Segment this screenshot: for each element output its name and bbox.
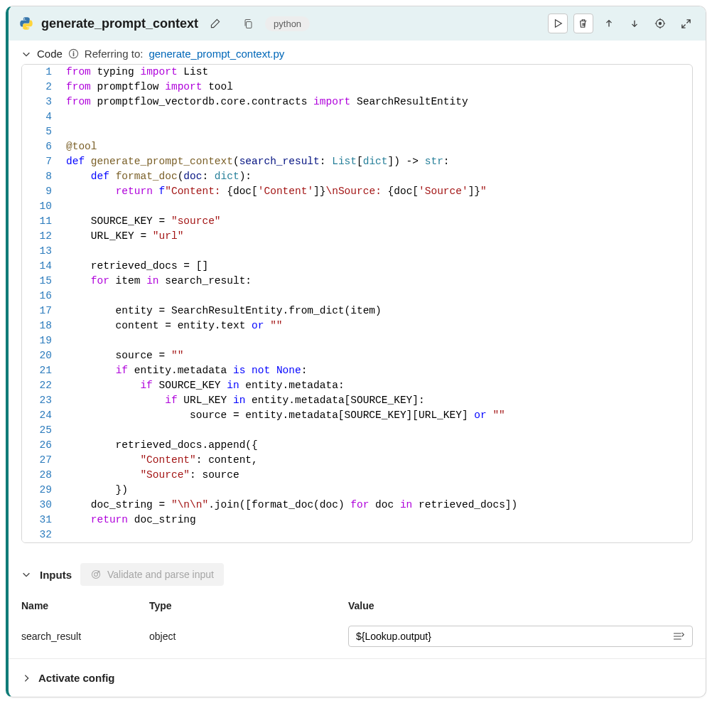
focus-button[interactable] xyxy=(650,14,670,33)
code-line[interactable]: 12 URL_KEY = "url" xyxy=(22,229,692,244)
delete-button[interactable] xyxy=(573,14,593,33)
node-card: generate_prompt_context python xyxy=(6,6,706,697)
code-line[interactable]: 21 if entity.metadata is not None: xyxy=(22,363,692,378)
move-up-button[interactable] xyxy=(599,14,619,33)
code-line[interactable]: 13 xyxy=(22,244,692,259)
code-line[interactable]: 4 xyxy=(22,109,692,124)
input-value-box[interactable] xyxy=(348,626,693,647)
run-button[interactable] xyxy=(548,14,568,33)
code-line[interactable]: 19 xyxy=(22,333,692,348)
code-editor[interactable]: 1from typing import List2from promptflow… xyxy=(21,64,693,543)
inputs-section: Inputs Validate and parse input Name Typ… xyxy=(9,550,706,655)
divider xyxy=(9,658,706,659)
code-line[interactable]: 17 entity = SearchResultEntity.from_dict… xyxy=(22,304,692,318)
info-icon[interactable] xyxy=(68,48,79,59)
inputs-table: Name Type Value search_result object xyxy=(21,593,693,654)
code-section: Code Referring to: generate_prompt_conte… xyxy=(9,41,706,550)
code-line[interactable]: 3from promptflow_vectordb.core.contracts… xyxy=(22,95,692,109)
code-line[interactable]: 23 if URL_KEY in entity.metadata[SOURCE_… xyxy=(22,393,692,408)
chevron-down-icon[interactable] xyxy=(21,569,31,579)
code-line[interactable]: 10 xyxy=(22,199,692,214)
code-line[interactable]: 27 "Content": content, xyxy=(22,453,692,468)
code-line[interactable]: 30 doc_string = "\n\n".join([format_doc(… xyxy=(22,498,692,513)
edit-title-button[interactable] xyxy=(205,14,225,33)
validate-button[interactable]: Validate and parse input xyxy=(80,563,224,586)
code-line[interactable]: 31 return doc_string xyxy=(22,513,692,528)
copy-button[interactable] xyxy=(238,14,258,33)
code-line[interactable]: 29 }) xyxy=(22,483,692,498)
code-line[interactable]: 9 return f"Content: {doc['Content']}\nSo… xyxy=(22,184,692,199)
code-line[interactable]: 26 retrieved_docs.append({ xyxy=(22,438,692,453)
move-down-button[interactable] xyxy=(625,14,644,33)
code-line[interactable]: 8 def format_doc(doc: dict): xyxy=(22,169,692,184)
referring-label: Referring to: xyxy=(85,48,144,60)
input-value-cell xyxy=(348,619,693,654)
chevron-right-icon[interactable] xyxy=(21,673,31,683)
input-value-field[interactable] xyxy=(356,631,672,642)
col-type: Type xyxy=(149,593,348,619)
code-line[interactable]: 5 xyxy=(22,124,692,139)
code-line[interactable]: 25 xyxy=(22,423,692,438)
code-line[interactable]: 6@tool xyxy=(22,139,692,154)
code-line[interactable]: 14 retrieved_docs = [] xyxy=(22,259,692,274)
file-link[interactable]: generate_prompt_context.py xyxy=(149,48,284,60)
activate-section: Activate config xyxy=(9,662,706,697)
target-icon xyxy=(90,569,102,580)
code-section-label: Code xyxy=(37,48,63,60)
code-line[interactable]: 16 xyxy=(22,289,692,304)
code-line[interactable]: 24 source = entity.metadata[SOURCE_KEY][… xyxy=(22,408,692,423)
toolbar xyxy=(548,14,696,33)
node-title: generate_prompt_context xyxy=(41,16,198,31)
activate-label: Activate config xyxy=(38,672,115,684)
validate-button-label: Validate and parse input xyxy=(107,569,214,580)
code-line[interactable]: 32 xyxy=(22,528,692,542)
python-logo-icon xyxy=(18,16,34,31)
code-line[interactable]: 15 for item in search_result: xyxy=(22,274,692,289)
inputs-label: Inputs xyxy=(40,569,72,581)
col-name: Name xyxy=(21,593,149,619)
language-badge: python xyxy=(265,16,310,31)
code-line[interactable]: 7def generate_prompt_context(search_resu… xyxy=(22,154,692,169)
input-type: object xyxy=(149,623,348,649)
col-value: Value xyxy=(348,593,693,619)
input-name: search_result xyxy=(21,623,149,649)
code-line[interactable]: 11 SOURCE_KEY = "source" xyxy=(22,214,692,229)
expand-button[interactable] xyxy=(676,14,696,33)
svg-rect-0 xyxy=(246,21,252,28)
svg-point-1 xyxy=(659,22,661,24)
code-line[interactable]: 28 "Source": source xyxy=(22,468,692,483)
chevron-down-icon[interactable] xyxy=(21,49,31,59)
code-line[interactable]: 22 if SOURCE_KEY in entity.metadata: xyxy=(22,378,692,393)
code-line[interactable]: 18 content = entity.text or "" xyxy=(22,318,692,333)
card-header: generate_prompt_context python xyxy=(9,6,706,41)
code-line[interactable]: 1from typing import List xyxy=(22,65,692,80)
code-line[interactable]: 2from promptflow import tool xyxy=(22,80,692,95)
bind-icon[interactable] xyxy=(672,631,685,642)
code-line[interactable]: 20 source = "" xyxy=(22,348,692,363)
